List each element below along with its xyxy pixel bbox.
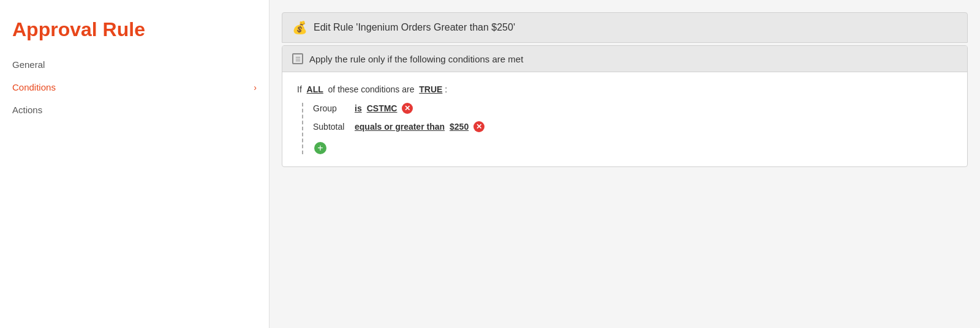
document-icon: ☰ bbox=[292, 53, 303, 64]
sidebar-item-general[interactable]: General bbox=[0, 53, 269, 76]
condition-row-group: Group is CSTMC ✕ bbox=[313, 103, 952, 114]
page-title: Approval Rule bbox=[0, 12, 269, 53]
middle-text: of these conditions are bbox=[328, 84, 415, 94]
rule-header: 💰 Edit Rule 'Ingenium Orders Greater tha… bbox=[282, 12, 968, 43]
money-icon: 💰 bbox=[292, 20, 307, 35]
chevron-right-icon: › bbox=[254, 83, 257, 92]
conditions-header: ☰ Apply the rule only if the following c… bbox=[282, 46, 967, 72]
sidebar-item-actions[interactable]: Actions bbox=[0, 99, 269, 121]
condition-operator-group[interactable]: is bbox=[355, 103, 362, 113]
all-label[interactable]: ALL bbox=[307, 84, 323, 94]
sidebar-item-actions-label: Actions bbox=[12, 105, 42, 115]
conditions-body: If ALL of these conditions are TRUE : Gr… bbox=[282, 72, 967, 166]
condition-field-group: Group bbox=[313, 103, 350, 113]
suffix-text: : bbox=[445, 84, 447, 94]
sidebar-item-general-label: General bbox=[12, 59, 45, 70]
main-content: 💰 Edit Rule 'Ingenium Orders Greater tha… bbox=[270, 0, 980, 328]
condition-row-subtotal: Subtotal equals or greater than $250 ✕ bbox=[313, 121, 952, 132]
condition-value-cstmc[interactable]: CSTMC bbox=[367, 103, 398, 113]
remove-condition-subtotal-button[interactable]: ✕ bbox=[473, 121, 484, 132]
condition-operator-subtotal[interactable]: equals or greater than bbox=[355, 122, 445, 132]
condition-value-250[interactable]: $250 bbox=[450, 122, 469, 132]
conditions-panel: ☰ Apply the rule only if the following c… bbox=[282, 45, 968, 167]
true-label[interactable]: TRUE bbox=[419, 84, 442, 94]
remove-condition-group-button[interactable]: ✕ bbox=[402, 103, 413, 114]
conditions-header-title: Apply the rule only if the following con… bbox=[309, 54, 523, 64]
condition-if-line: If ALL of these conditions are TRUE : bbox=[297, 84, 952, 94]
rule-title: Edit Rule 'Ingenium Orders Greater than … bbox=[314, 22, 515, 33]
sidebar: Approval Rule General Conditions › Actio… bbox=[0, 0, 270, 328]
add-condition-button[interactable]: + bbox=[314, 142, 326, 154]
sidebar-item-conditions[interactable]: Conditions › bbox=[0, 76, 269, 99]
sidebar-item-conditions-label: Conditions bbox=[12, 82, 56, 92]
if-text: If bbox=[297, 84, 302, 94]
conditions-list: Group is CSTMC ✕ Subtotal equals or grea… bbox=[302, 103, 952, 154]
condition-field-subtotal: Subtotal bbox=[313, 122, 350, 132]
